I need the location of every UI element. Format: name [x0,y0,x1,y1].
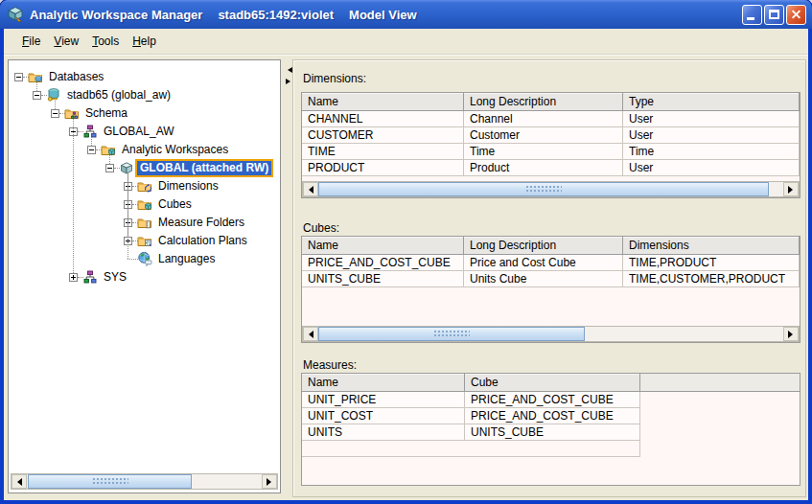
column-header[interactable]: Name [302,237,464,255]
tree-row-databases[interactable]: Databases [9,68,280,86]
expand-plus-box[interactable] [69,273,78,282]
tree-item-label[interactable]: Analytic Workspaces [119,142,231,158]
table-cell[interactable]: Customer [464,127,623,144]
tree-item-label[interactable]: GLOBAL_AW [101,124,177,140]
collapse-minus-box[interactable] [14,73,23,81]
table-cell[interactable]: UNITS [302,424,465,441]
scroll-left-button[interactable] [12,474,27,489]
scroll-left-button[interactable] [303,327,318,341]
header-filler [640,374,800,392]
menu-item-view[interactable]: View [47,29,85,54]
tree-row-calculation-plans[interactable]: Calculation Plans [9,232,280,250]
table-row[interactable]: PRODUCTProductUser [302,160,800,176]
tree-row-stadb65-global-aw[interactable]: stadb65 (global_aw) [9,86,280,104]
dimensions-horizontal-scrollbar[interactable] [302,181,800,197]
scrollbar-thumb[interactable] [318,182,769,196]
tree-item-label[interactable]: Measure Folders [155,215,247,231]
tree-horizontal-scrollbar[interactable] [11,473,278,490]
scroll-left-button[interactable] [303,182,318,196]
table-row[interactable]: UNITS_CUBEUnits CubeTIME,CUSTOMER,PRODUC… [302,271,800,287]
table-cell[interactable]: Price and Cost Cube [464,255,623,271]
maximize-button[interactable] [764,5,784,25]
tree-item-label[interactable]: SYS [101,269,129,286]
scroll-right-button[interactable] [262,474,277,489]
table-cell[interactable]: TIME [302,144,464,160]
table-cell[interactable]: Time [464,144,623,160]
table-cell[interactable]: UNITS_CUBE [302,271,464,287]
table-cell[interactable]: PRICE_AND_COST_CUBE [302,255,464,271]
column-header[interactable]: Long Description [464,237,623,255]
scroll-right-button[interactable] [783,327,799,341]
column-header[interactable]: Dimensions [623,237,800,255]
table-row[interactable]: CHANNELChannelUser [302,111,800,127]
table-cell[interactable]: TIME,CUSTOMER,PRODUCT [623,271,800,287]
scrollbar-track[interactable] [318,182,783,196]
table-row[interactable]: PRICE_AND_COST_CUBEPrice and Cost CubeTI… [302,255,800,271]
menu-item-help[interactable]: Help [126,29,163,54]
panel-splitter[interactable] [283,59,292,493]
table-cell[interactable]: CHANNEL [302,111,464,127]
scrollbar-thumb[interactable] [318,327,585,341]
minimize-button[interactable] [742,5,762,25]
scrollbar-track[interactable] [318,327,783,341]
collapse-minus-box[interactable] [51,109,59,118]
tree-row-languages[interactable]: Languages [9,250,280,268]
collapse-minus-box[interactable] [33,91,41,100]
column-header[interactable]: Type [623,93,800,111]
scroll-right-button[interactable] [783,182,799,196]
table-row[interactable]: CUSTOMERCustomerUser [302,127,800,144]
table-cell[interactable]: User [623,160,800,176]
table-cell[interactable]: Product [464,160,623,176]
tree-row-analytic-workspaces[interactable]: Analytic Workspaces [9,141,280,159]
table-cell[interactable]: Time [623,144,800,160]
menu-item-file[interactable]: File [15,29,47,54]
tree-item-label[interactable]: Calculation Plans [155,233,250,249]
column-header[interactable]: Cube [465,374,640,392]
table-cell[interactable]: PRODUCT [302,160,464,176]
table-cell[interactable]: User [623,111,800,127]
scrollbar-track[interactable] [27,474,262,489]
tree-item-label[interactable]: Schema [82,105,130,122]
table-cell[interactable]: User [623,127,800,144]
table-cell[interactable]: UNITS_CUBE [465,424,640,441]
table-row[interactable]: UNIT_PRICEPRICE_AND_COST_CUBE [302,392,800,408]
tree-row-dimensions[interactable]: Dimensions [9,177,280,195]
tree-row-global-attached-rw[interactable]: GLOBAL (attached RW) [9,159,280,177]
tree-item-label[interactable]: Dimensions [155,178,221,195]
scrollbar-thumb[interactable] [28,474,192,489]
tree-row-global-aw[interactable]: GLOBAL_AW [9,123,280,141]
table-cell[interactable]: UNIT_COST [302,408,465,424]
cubes-horizontal-scrollbar[interactable] [302,326,800,342]
triangle-right-icon [788,331,797,338]
thumb-grip-icon [92,477,128,486]
tree-item-label[interactable]: Cubes [155,196,195,213]
table-row[interactable]: UNITSUNITS_CUBE [302,424,800,441]
table-row[interactable]: TIMETimeTime [302,144,800,160]
triangle-left-icon [13,478,22,486]
tree-row-schema[interactable]: Schema [9,104,280,123]
table-cell[interactable]: Units Cube [464,271,623,287]
table-cell[interactable]: TIME,PRODUCT [623,255,800,271]
table-cell[interactable]: PRICE_AND_COST_CUBE [465,408,640,424]
titlebar[interactable]: Analytic Workspace Manager stadb65:1492:… [0,0,812,29]
collapse-minus-box[interactable] [105,164,114,172]
column-header[interactable]: Name [302,93,464,111]
table-cell[interactable]: UNIT_PRICE [302,392,465,408]
tree-row-cubes[interactable]: Cubes [9,195,280,214]
tree-item-label[interactable]: stadb65 (global_aw) [64,87,174,103]
tree-item-label[interactable]: GLOBAL (attached RW) [135,159,273,177]
table-row[interactable]: UNIT_COSTPRICE_AND_COST_CUBE [302,408,800,424]
close-button[interactable] [786,5,806,25]
tree-row-sys[interactable]: SYS [9,268,280,286]
tree-item-label[interactable]: Languages [155,251,218,267]
tree-row-measure-folders[interactable]: Measure Folders [9,214,280,232]
table-cell[interactable]: PRICE_AND_COST_CUBE [465,392,640,408]
table-cell[interactable]: Channel [464,111,623,127]
splitter-collapse-left-icon[interactable] [285,67,292,73]
tree-item-label[interactable]: Databases [46,69,106,85]
table-cell[interactable]: CUSTOMER [302,127,464,144]
column-header[interactable]: Name [302,374,465,392]
collapse-minus-box[interactable] [87,146,96,154]
column-header[interactable]: Long Description [464,93,623,111]
menu-item-tools[interactable]: Tools [85,29,126,54]
